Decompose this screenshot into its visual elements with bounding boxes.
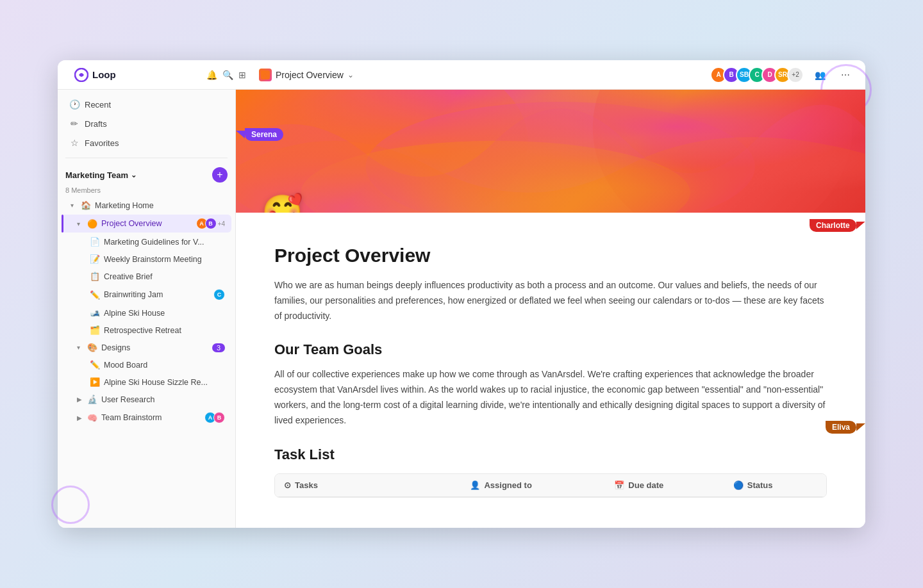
sidebar-item-favorites[interactable]: ☆ Favorites — [62, 134, 231, 152]
doc-icon-4: ✏️ — [90, 290, 100, 300]
page-title-area: Project Overview ⌄ — [259, 69, 354, 81]
sidebar-item-marketing-home[interactable]: ▾ 🏠 Marketing Home — [62, 197, 231, 213]
share-icon: 👥 — [815, 70, 826, 80]
project-overview-icon: 🟠 — [87, 219, 97, 229]
po-avatar-count: +4 — [218, 220, 225, 227]
collapse-icon-project: ▾ — [77, 220, 83, 227]
tasks-col-icon: ⊙ — [284, 480, 291, 490]
content-body-wrapper: Charlotte Eliva Project Overview Who we … — [236, 213, 865, 523]
sidebar-item-designs[interactable]: ▾ 🎨 Designs 3 — [62, 339, 231, 355]
sidebar-item-creative-brief[interactable]: 📋 Creative Brief — [62, 268, 231, 284]
doc-icon-5: 🎿 — [90, 308, 100, 318]
more-icon: ⋯ — [841, 70, 850, 80]
drafts-icon: ✏ — [69, 118, 79, 129]
sidebar-item-retrospective-retreat[interactable]: 🗂️ Retrospective Retreat — [62, 322, 231, 338]
page-icon — [259, 69, 272, 81]
hero-image: 🥰 Serena — [236, 90, 865, 213]
workspace-members: 8 Members — [58, 186, 235, 197]
workspace-name: Marketing Team — [65, 170, 128, 180]
weekly-brainstorm-label: Weekly Brainstorm Meeting — [104, 255, 225, 264]
alpine-ski-label: Alpine Ski House — [104, 309, 225, 318]
sidebar-item-alpine-sizzle[interactable]: ▶️ Alpine Ski House Sizzle Re... — [62, 374, 231, 390]
titlebar: Loop 🔔 🔍 ⊞ Project Overview ⌄ — [58, 60, 865, 90]
collaborator-avatars: A B SB C D SR +2 — [710, 67, 804, 83]
grid-icon[interactable]: ⊞ — [238, 70, 246, 80]
sidebar-item-mood-board[interactable]: ✏️ Mood Board — [62, 357, 231, 373]
sidebar-drafts-label: Drafts — [85, 119, 107, 129]
alpine-sizzle-label: Alpine Ski House Sizzle Re... — [104, 378, 225, 387]
team-goals-text: All of our collective experiences make u… — [274, 367, 827, 428]
recent-icon: 🕐 — [69, 99, 79, 110]
tb-icon: 🧠 — [87, 413, 97, 423]
status-col-label: Status — [747, 480, 773, 490]
project-overview-label: Project Overview — [101, 219, 192, 228]
user-research-label: User Research — [101, 395, 225, 404]
app-window: Loop 🔔 🔍 ⊞ Project Overview ⌄ — [58, 60, 865, 528]
task-table-header: ⊙ Tasks 👤 Assigned to 📅 Due date — [275, 474, 826, 497]
share-button[interactable]: 👥 — [810, 65, 829, 85]
bell-icon[interactable]: 🔔 — [206, 70, 217, 80]
main-content: 🕐 Recent ✏ Drafts ☆ Favorites Marketing … — [58, 90, 865, 528]
creative-brief-label: Creative Brief — [104, 272, 225, 281]
po-avatar-2: B — [205, 218, 217, 229]
task-list-title: Task List — [274, 446, 827, 463]
content-body: Project Overview Who we are as human bei… — [236, 213, 865, 523]
assigned-col-label: Assigned to — [484, 480, 531, 490]
brainwriting-avatars: C — [213, 289, 225, 300]
sidebar-item-alpine-ski-house[interactable]: 🎿 Alpine Ski House — [62, 305, 231, 321]
titlebar-left: Loop 🔔 🔍 ⊞ Project Overview ⌄ — [68, 68, 710, 82]
intro-text: Who we are as human beings deeply influe… — [274, 278, 827, 323]
workspace-header: Marketing Team ⌄ + — [58, 163, 235, 186]
sidebar-item-team-brainstorm[interactable]: ▶ 🧠 Team Brainstorm A B — [62, 409, 231, 427]
doc-icon-3: 📋 — [90, 272, 100, 281]
add-workspace-item-button[interactable]: + — [212, 167, 228, 183]
designs-collapse-icon: ▾ — [77, 344, 83, 351]
col-assigned: 👤 Assigned to — [461, 480, 605, 490]
tasks-col-label: Tasks — [295, 480, 318, 490]
sidebar-item-project-overview[interactable]: ▾ 🟠 Project Overview A B +4 — [62, 215, 231, 233]
sidebar-item-marketing-guidelines[interactable]: 📄 Marketing Guidelines for V... — [62, 234, 231, 250]
doc-icon-6: 🗂️ — [90, 325, 100, 335]
workspace-title[interactable]: Marketing Team ⌄ — [65, 170, 137, 180]
marketing-guidelines-label: Marketing Guidelines for V... — [104, 238, 225, 247]
sidebar-item-recent[interactable]: 🕐 Recent — [62, 95, 231, 113]
page-title-chevron[interactable]: ⌄ — [347, 70, 354, 79]
hero-emoji: 🥰 — [262, 193, 303, 213]
team-brainstorm-label: Team Brainstorm — [101, 413, 201, 422]
designs-label: Designs — [101, 343, 208, 352]
loop-logo-icon — [74, 68, 88, 82]
ur-icon: 🔬 — [87, 395, 97, 404]
header-icons: 🔔 🔍 ⊞ — [206, 70, 246, 80]
team-goals-title: Our Team Goals — [274, 341, 827, 358]
marketing-home-label: Marketing Home — [95, 201, 225, 210]
tb-avatars: A B — [204, 412, 225, 423]
designs-icon: 🎨 — [87, 343, 97, 352]
doc-icon-1: 📄 — [90, 237, 100, 247]
bj-avatar-1: C — [213, 289, 225, 300]
sidebar-item-weekly-brainstorm[interactable]: 📝 Weekly Brainstorm Meeting — [62, 251, 231, 267]
col-tasks: ⊙ Tasks — [275, 480, 461, 490]
svg-rect-1 — [261, 70, 270, 79]
assigned-col-icon: 👤 — [470, 480, 480, 490]
tb-collapse-icon: ▶ — [77, 414, 83, 421]
sidebar-item-brainwriting-jam[interactable]: ✏️ Brainwriting Jam C — [62, 286, 231, 304]
due-col-label: Due date — [628, 480, 663, 490]
sidebar: 🕐 Recent ✏ Drafts ☆ Favorites Marketing … — [58, 90, 236, 528]
project-overview-avatars: A B +4 — [196, 218, 225, 229]
status-col-icon: 🔵 — [733, 480, 744, 490]
search-icon[interactable]: 🔍 — [222, 70, 233, 80]
brainwriting-jam-label: Brainwriting Jam — [104, 290, 210, 299]
task-table: ⊙ Tasks 👤 Assigned to 📅 Due date — [274, 473, 827, 498]
app-title: Loop — [92, 69, 116, 80]
marketing-home-icon: 🏠 — [81, 200, 91, 210]
sidebar-favorites-label: Favorites — [85, 138, 119, 148]
sidebar-divider — [65, 158, 228, 158]
retrospective-retreat-label: Retrospective Retreat — [104, 326, 225, 335]
tb-avatar-2: B — [213, 412, 225, 423]
col-due: 📅 Due date — [605, 480, 724, 490]
favorites-icon: ☆ — [69, 138, 79, 148]
current-page-title: Project Overview — [276, 70, 344, 80]
sidebar-item-user-research[interactable]: ▶ 🔬 User Research — [62, 391, 231, 407]
sidebar-item-drafts[interactable]: ✏ Drafts — [62, 115, 231, 133]
more-options-button[interactable]: ⋯ — [836, 65, 855, 85]
